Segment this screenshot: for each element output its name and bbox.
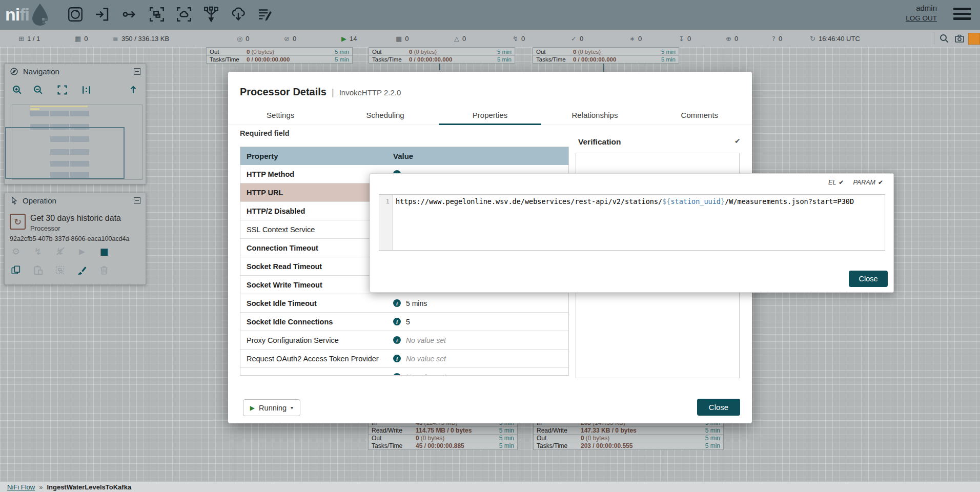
- invalid-status[interactable]: 0: [454, 30, 466, 47]
- copy-icon[interactable]: [11, 265, 21, 275]
- processor-icon[interactable]: [67, 6, 84, 23]
- minimap-viewport[interactable]: [5, 127, 125, 179]
- editor-close-button[interactable]: Close: [849, 271, 888, 287]
- remote-process-group-icon[interactable]: [175, 6, 193, 23]
- funnel-icon[interactable]: [202, 6, 220, 23]
- value-editor[interactable]: 1 https://www.pegelonline.wsv.de/webserv…: [379, 194, 885, 251]
- color-icon[interactable]: [77, 265, 87, 275]
- zoom-actual-icon[interactable]: [81, 85, 92, 95]
- not-transmitting-status[interactable]: 0: [284, 30, 296, 47]
- search-icon[interactable]: [939, 33, 949, 44]
- minimap-node: [70, 111, 89, 116]
- zoom-out-icon[interactable]: [33, 85, 44, 95]
- disable-icon[interactable]: ↯: [55, 246, 65, 257]
- cloud-download-icon[interactable]: [230, 6, 247, 23]
- sync-failure-icon: [772, 35, 775, 43]
- last-refreshed[interactable]: 16:46:40 UTC: [810, 30, 860, 47]
- tab-relationships[interactable]: Relationships: [542, 108, 647, 125]
- start-icon[interactable]: ▶: [77, 247, 87, 256]
- logout-link[interactable]: LOG OUT: [906, 14, 937, 22]
- birdseye-icon[interactable]: [954, 33, 965, 44]
- stop-icon[interactable]: ■: [99, 246, 109, 257]
- up-to-date-icon: [571, 35, 577, 43]
- property-row[interactable]: Proxy Configuration ServiceNo value set: [240, 331, 568, 350]
- el-supported-badge: EL: [828, 179, 844, 186]
- stopped-icon: [396, 35, 402, 43]
- stopped-status[interactable]: 0: [396, 30, 409, 47]
- output-port-icon[interactable]: [121, 6, 138, 23]
- dialog-subtitle: InvokeHTTP 2.2.0: [339, 88, 401, 97]
- active-threads-icon: [75, 35, 81, 43]
- group-icon[interactable]: [55, 265, 65, 275]
- disabled-status[interactable]: 0: [513, 30, 525, 47]
- cluster-status[interactable]: 1 / 1: [18, 30, 40, 47]
- nifi-logo: nifi: [5, 3, 51, 26]
- breadcrumb-current: IngestWaterLevelsToKafka: [47, 483, 131, 491]
- tab-properties[interactable]: Properties: [438, 108, 542, 125]
- input-port-icon[interactable]: [94, 6, 111, 23]
- locally-modified-icon: [629, 35, 635, 43]
- operation-panel: Operation ↻ Get 30 days historic data Pr…: [4, 193, 146, 285]
- value-editor-popup: EL PARAM 1 https://www.pegelonline.wsv.d…: [370, 173, 894, 293]
- info-icon[interactable]: [393, 355, 401, 362]
- flow-analysis-button[interactable]: [968, 33, 980, 45]
- transmitting-status[interactable]: 0: [237, 30, 250, 47]
- stale-status[interactable]: 0: [679, 30, 691, 47]
- process-group-icon[interactable]: [148, 6, 166, 23]
- info-icon[interactable]: [393, 318, 401, 325]
- configure-icon[interactable]: ⚙: [11, 246, 21, 257]
- divider: [934, 32, 934, 45]
- property-row[interactable]: Socket Idle Connections5: [240, 313, 568, 331]
- running-icon: [341, 35, 346, 43]
- processor-stats-card[interactable]: Out0(0 bytes)5 min Tasks/Time0 / 00:00:0…: [369, 47, 515, 64]
- property-row[interactable]: Request OAuth2 Access Token ProviderNo v…: [240, 350, 568, 368]
- zoom-fit-icon[interactable]: [57, 85, 68, 95]
- info-icon[interactable]: [393, 299, 401, 307]
- tab-scheduling[interactable]: Scheduling: [333, 108, 437, 125]
- refresh-icon: [810, 35, 815, 43]
- verification-title: Verification: [578, 137, 621, 147]
- minimap-node: [30, 111, 49, 116]
- run-state-button[interactable]: ▶ Running ▾: [243, 399, 300, 416]
- minimap-node: [30, 108, 39, 110]
- tab-settings[interactable]: Settings: [228, 108, 333, 125]
- info-icon[interactable]: [393, 373, 401, 376]
- connection-line: [439, 63, 440, 70]
- tab-comments[interactable]: Comments: [647, 108, 752, 125]
- property-row[interactable]: Socket Idle Timeout5 mins: [240, 294, 568, 313]
- status-bar: 1 / 1 0 350 / 336.13 KB 0 0 14 0 0 0 0 0…: [0, 30, 980, 47]
- processor-stamp-icon: ↻: [10, 214, 26, 230]
- value-input[interactable]: https://www.pegelonline.wsv.de/webservic…: [393, 195, 885, 250]
- running-status[interactable]: 14: [341, 30, 357, 47]
- delete-icon[interactable]: [99, 265, 109, 275]
- breadcrumb-root-link[interactable]: NiFi Flow: [7, 483, 35, 491]
- enable-icon[interactable]: ↯: [33, 246, 43, 257]
- queued-icon: [113, 35, 118, 43]
- collapse-icon[interactable]: [134, 197, 140, 204]
- stale-icon: [679, 35, 684, 43]
- label-icon[interactable]: [257, 6, 274, 23]
- property-row[interactable]: No value set: [240, 368, 568, 376]
- table-header: Property Value: [240, 147, 568, 165]
- processor-stats-card[interactable]: Out0(0 bytes)5 min Tasks/Time0 / 00:00:0…: [206, 47, 353, 64]
- app-header: nifi admin LOG OUT: [0, 0, 980, 30]
- collapse-icon[interactable]: [134, 68, 140, 75]
- processor-stats-card[interactable]: Out0(0 bytes)5 min Tasks/Time0 / 00:00:0…: [533, 47, 679, 64]
- queued-status[interactable]: 350 / 336.13 KB: [113, 30, 169, 47]
- locally-modified-stale-icon: [726, 35, 731, 43]
- selected-component-type: Processor: [30, 224, 60, 232]
- zoom-in-icon[interactable]: [12, 85, 23, 95]
- info-icon[interactable]: [393, 336, 401, 344]
- up-to-date-status[interactable]: 0: [571, 30, 583, 47]
- invalid-icon: [454, 35, 459, 43]
- sync-failure-status[interactable]: 0: [772, 30, 782, 47]
- up-arrow-icon[interactable]: [128, 85, 138, 95]
- active-threads-status[interactable]: 0: [75, 30, 88, 47]
- locally-modified-stale-status[interactable]: 0: [726, 30, 738, 47]
- dialog-close-button[interactable]: Close: [697, 399, 740, 416]
- line-number: 1: [379, 195, 393, 250]
- locally-modified-status[interactable]: 0: [629, 30, 642, 47]
- verification-check-icon[interactable]: ✔: [734, 137, 741, 145]
- paste-icon[interactable]: [33, 265, 43, 275]
- menu-icon[interactable]: [953, 8, 971, 23]
